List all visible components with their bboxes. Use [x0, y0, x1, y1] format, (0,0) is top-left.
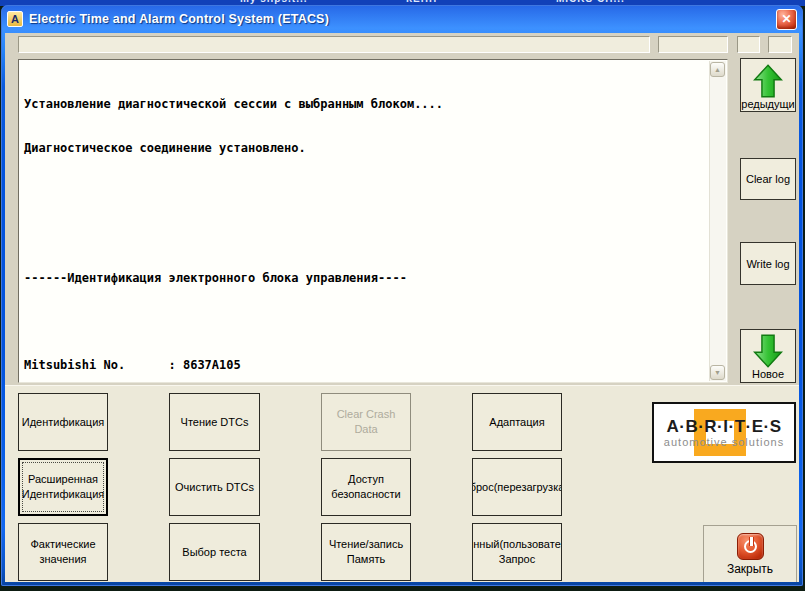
log-line[interactable]: Диагностическое соединение установлено.: [24, 141, 710, 156]
window-close-button[interactable]: ✕: [776, 9, 797, 30]
window-title: Electric Time and Alarm Control System (…: [29, 12, 776, 26]
write-log-label: Write log: [746, 258, 789, 270]
title-bar[interactable]: A Electric Time and Alarm Control System…: [1, 5, 803, 33]
command-panel: Идентификация Чтение DTCs Clear Crash Da…: [5, 385, 799, 582]
read-dtcs-button[interactable]: Чтение DTCs: [169, 393, 260, 451]
log-scrollbar[interactable]: ▲ ▼: [709, 61, 726, 381]
arrow-down-icon: [753, 334, 783, 368]
previous-button-label: редыдущи: [741, 98, 794, 110]
command-grid: Идентификация Чтение DTCs Clear Crash Da…: [18, 393, 562, 581]
clear-crash-data-button: Clear Crash Data: [321, 393, 411, 451]
status-panel-small-1: [737, 36, 760, 53]
scroll-down-icon[interactable]: ▼: [710, 365, 725, 380]
status-panel: [658, 36, 728, 53]
quit-button[interactable]: Закрыть: [703, 525, 797, 582]
actual-values-button[interactable]: Фактические значения: [18, 523, 108, 581]
client-area: Установление диагностической сессии с вы…: [5, 33, 799, 582]
log-line[interactable]: Mitsubishi No. : 8637A105: [24, 358, 710, 373]
extended-identification-button[interactable]: Расширенная Идентификация: [18, 458, 108, 516]
identification-button[interactable]: Идентификация: [18, 393, 108, 451]
custom-request-button[interactable]: нный(пользовате Запрос: [472, 523, 562, 581]
background-text-fragment: my slips.t...: [240, 0, 307, 4]
logo-brand-text: A·B·R·I·T·E·S: [666, 418, 781, 436]
log-line[interactable]: [24, 228, 710, 243]
etacs-window: A Electric Time and Alarm Control System…: [1, 5, 803, 586]
log-line[interactable]: [24, 315, 710, 330]
clear-log-label: Clear log: [746, 173, 790, 185]
status-panel-small-2: [768, 36, 792, 53]
scroll-up-icon[interactable]: ▲: [710, 62, 725, 77]
log-line[interactable]: [24, 184, 710, 199]
logo-tagline-text: automotive solutions: [664, 436, 784, 448]
new-button-label: Новое: [752, 368, 784, 380]
clear-dtcs-button[interactable]: Очистить DTCs: [169, 458, 260, 516]
power-icon: [737, 533, 764, 560]
reset-reboot-button[interactable]: брос(перезагрузка: [472, 458, 562, 516]
security-access-button[interactable]: Доступ безопасности: [321, 458, 411, 516]
read-write-memory-button[interactable]: Чтение/запись Память: [321, 523, 411, 581]
new-button[interactable]: Новое: [740, 329, 796, 383]
quit-button-label: Закрыть: [727, 562, 773, 576]
log-line[interactable]: ------Идентификация электронного блока у…: [24, 271, 710, 286]
arrow-up-icon: [753, 64, 783, 98]
progress-bar: [18, 36, 650, 53]
log-lines: Установление диагностической сессии с вы…: [19, 68, 710, 382]
clear-log-button[interactable]: Clear log: [740, 158, 796, 200]
background-text-fragment: КЕПН: [406, 0, 437, 4]
previous-button[interactable]: редыдущи: [740, 58, 796, 112]
power-bar: [749, 537, 754, 546]
screen: my slips.t... КЕПН MICKS CH... A Electri…: [0, 0, 805, 591]
diagnostic-log: Установление диагностической сессии с вы…: [18, 59, 728, 383]
adaptation-button[interactable]: Адаптация: [472, 393, 562, 451]
test-selection-button[interactable]: Выбор теста: [169, 523, 260, 581]
background-text-fragment: MICKS CH...: [556, 0, 625, 4]
app-icon: A: [7, 11, 23, 27]
logo-text: A·B·R·I·T·E·S automotive solutions: [654, 404, 794, 461]
abrites-logo: A·B·R·I·T·E·S automotive solutions: [652, 402, 796, 463]
log-line[interactable]: Установление диагностической сессии с вы…: [24, 97, 710, 112]
write-log-button[interactable]: Write log: [740, 242, 796, 285]
